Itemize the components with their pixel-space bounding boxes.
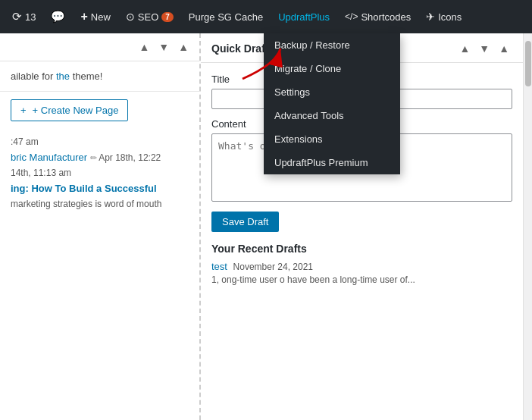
updraft-label: UpdraftPlus: [278, 11, 330, 23]
icons-icon: ✈: [426, 11, 435, 23]
recent-draft-item-1: test November 24, 2021: [211, 261, 512, 272]
draft-item-4: ing: How To Build a Successful: [11, 183, 189, 194]
scrollbar-thumb[interactable]: [525, 41, 531, 86]
draft-excerpt-5: marketing strategies is word of mouth: [11, 199, 161, 209]
seo-label: SEO: [138, 11, 158, 23]
recent-draft-link-1[interactable]: test: [211, 261, 227, 272]
draft-item-2: bric Manufacturer ✏ Apr 18th, 12:22: [11, 152, 189, 163]
recent-drafts-title: Your Recent Drafts: [211, 243, 512, 255]
seo-badge: 7: [161, 12, 174, 22]
updates-icon: ⟳: [12, 10, 22, 24]
left-panel-controls: ▲ ▼ ▲: [0, 33, 199, 61]
save-draft-btn[interactable]: Save Draft: [211, 212, 279, 232]
left-drafts-list: :47 am bric Manufacturer ✏ Apr 18th, 12:…: [0, 129, 199, 221]
draft-link-4[interactable]: ing: How To Build a Successful: [11, 183, 157, 194]
dropdown-item-advanced[interactable]: Advanced Tools: [264, 104, 400, 127]
create-page-btn[interactable]: + + Create New Page: [11, 99, 128, 121]
adminbar-purge[interactable]: Purge SG Cache: [183, 0, 269, 33]
shortcodes-label: Shortcodes: [361, 11, 411, 23]
icons-label: Icons: [438, 11, 462, 23]
collapse-up-btn[interactable]: ▲: [136, 39, 152, 55]
draft-item-5: marketing strategies is word of mouth: [11, 199, 189, 209]
purge-label: Purge SG Cache: [189, 11, 263, 23]
dropdown-item-extensions[interactable]: Extensions: [264, 127, 400, 151]
alert-text-link[interactable]: the: [56, 71, 70, 82]
draft-time-1: :47 am: [11, 136, 39, 147]
shortcodes-icon: </>: [345, 11, 358, 22]
draft-date-2: Apr 18th, 12:22: [99, 152, 161, 163]
adminbar-updraft[interactable]: UpdraftPlus: [272, 0, 336, 33]
quick-draft-down-btn[interactable]: ▼: [476, 41, 493, 56]
draft-time-3: 14th, 11:13 am: [11, 168, 71, 178]
edit-icon-2[interactable]: ✏: [90, 153, 97, 162]
quick-draft-close-btn[interactable]: ▲: [496, 41, 512, 56]
close-panel-btn[interactable]: ▲: [175, 39, 192, 55]
recent-draft-date-1: November 24, 2021: [233, 262, 313, 272]
adminbar-new[interactable]: + New: [74, 0, 116, 33]
quick-draft-up-btn[interactable]: ▲: [456, 41, 473, 56]
quick-draft-controls: ▲ ▼ ▲: [456, 41, 512, 56]
admin-bar: ⟳ 13 💬 + New ⊙ SEO 7 Purge SG Cache Updr…: [0, 0, 532, 33]
new-label: New: [91, 11, 111, 23]
draft-item-1: :47 am: [11, 136, 189, 147]
left-panel: ▲ ▼ ▲ ailable for the theme! + + Create …: [0, 33, 201, 420]
theme-alert: ailable for the theme!: [0, 61, 199, 92]
collapse-down-btn[interactable]: ▼: [155, 39, 172, 55]
alert-text-suffix: theme!: [73, 71, 103, 82]
create-page-label: + Create New Page: [33, 105, 119, 116]
adminbar-updates[interactable]: ⟳ 13: [6, 0, 42, 33]
dropdown-item-premium[interactable]: UpdraftPlus Premium: [264, 151, 400, 174]
adminbar-seo[interactable]: ⊙ SEO 7: [120, 0, 180, 33]
seo-icon: ⊙: [126, 11, 135, 23]
draft-item-3: 14th, 11:13 am: [11, 168, 189, 178]
adminbar-icons[interactable]: ✈ Icons: [420, 0, 468, 33]
red-arrow-indicator: [235, 41, 288, 85]
draft-link-2[interactable]: bric Manufacturer: [11, 152, 87, 163]
alert-text-prefix: ailable for: [11, 71, 56, 82]
adminbar-shortcodes[interactable]: </> Shortcodes: [339, 0, 417, 33]
plus-icon: +: [20, 105, 27, 116]
updates-count: 13: [25, 11, 36, 23]
plus-icon: +: [80, 10, 87, 24]
create-page-section: + + Create New Page: [0, 92, 199, 129]
comments-icon: 💬: [51, 10, 65, 24]
adminbar-comments[interactable]: 💬: [45, 0, 71, 33]
scrollbar-track[interactable]: [523, 33, 532, 420]
recent-draft-excerpt-1: 1, ong-time user o have been a long-time…: [211, 274, 512, 285]
